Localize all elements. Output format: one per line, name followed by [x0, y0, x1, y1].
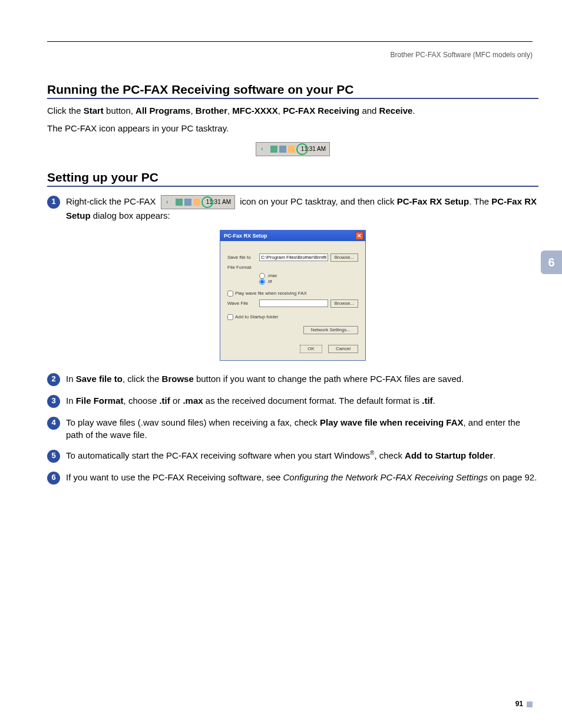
cancel-button[interactable]: Cancel	[328, 345, 358, 353]
tasktray-image: ‹ 11:31 AM	[47, 142, 538, 156]
header-text: Brother PC-FAX Software (MFC models only…	[391, 51, 533, 59]
close-icon[interactable]: ✕	[355, 232, 363, 240]
startup-label: Add to Startup folder	[235, 314, 278, 319]
section-heading-running: Running the PC-FAX Receiving software on…	[47, 83, 538, 99]
paragraph-start-instructions: Click the Start button, All Programs, Br…	[47, 105, 538, 117]
section-heading-setting-up: Setting up your PC	[47, 170, 538, 187]
save-file-to-input[interactable]	[259, 253, 328, 261]
browse-wave-button[interactable]: Browse...	[330, 299, 358, 308]
wave-file-label: Wave File	[227, 301, 257, 306]
step-4: 4 To play wave files (.wav sound files) …	[47, 416, 538, 441]
play-wave-checkbox[interactable]	[227, 291, 233, 297]
step-number-badge: 5	[47, 450, 60, 463]
page-number: 91	[515, 700, 533, 708]
tasktray-expand-icon: ‹	[161, 198, 173, 206]
radio-tif[interactable]	[259, 279, 265, 285]
tray-icon-2	[184, 199, 191, 206]
highlight-circle-icon	[296, 143, 308, 155]
step-number-badge: 1	[47, 196, 60, 209]
chapter-tab: 6	[541, 251, 562, 274]
wave-file-input[interactable]	[259, 299, 328, 307]
tray-pcfax-icon	[288, 146, 295, 153]
step-number-badge: 6	[47, 472, 60, 485]
tray-icon-1	[176, 199, 183, 206]
file-format-label: File Format	[227, 265, 257, 270]
header-rule	[47, 41, 533, 42]
step-1: 1 Right-click the PC-FAX ‹ 11:31 AM icon…	[47, 195, 538, 222]
radio-max[interactable]	[259, 273, 265, 279]
step-5: 5 To automatically start the PC-FAX rece…	[47, 449, 538, 463]
page-number-decoration	[527, 701, 533, 707]
tray-icon-2	[279, 146, 286, 153]
tasktray-inline-image: ‹ 11:31 AM	[161, 195, 235, 209]
network-settings-button[interactable]: Network Settings...	[303, 326, 358, 334]
tray-icon-1	[270, 146, 277, 153]
tasktray-expand-icon: ‹	[256, 146, 268, 152]
save-file-to-label: Save file to	[227, 255, 257, 260]
startup-checkbox[interactable]	[227, 314, 233, 320]
highlight-circle-icon	[201, 196, 213, 208]
step-number-badge: 2	[47, 373, 60, 386]
ok-button[interactable]: OK	[300, 345, 322, 353]
radio-tif-label: .tif	[267, 279, 272, 284]
browse-button[interactable]: Browse...	[330, 253, 358, 262]
cross-reference-link[interactable]: Configuring the Network PC-FAX Receiving…	[283, 472, 488, 482]
step-6: 6 If you want to use the PC-FAX Receivin…	[47, 471, 538, 485]
play-wave-label: Play wave file when receiving FAX	[235, 291, 307, 296]
step-3: 3 In File Format, choose .tif or .max as…	[47, 394, 538, 408]
step-2: 2 In Save file to, click the Browse butt…	[47, 373, 538, 386]
step-number-badge: 3	[47, 395, 60, 408]
pcfax-rx-setup-dialog: PC-Fax RX Setup ✕ Save file to Browse...…	[220, 230, 366, 361]
tasktray-mock: ‹ 11:31 AM	[256, 142, 330, 156]
tray-pcfax-icon	[193, 199, 200, 206]
paragraph-tasktray-note: The PC-FAX icon appears in your PC taskt…	[47, 123, 538, 134]
radio-max-label: .max	[267, 273, 277, 278]
dialog-title: PC-Fax RX Setup	[224, 233, 267, 239]
step-number-badge: 4	[47, 417, 60, 430]
